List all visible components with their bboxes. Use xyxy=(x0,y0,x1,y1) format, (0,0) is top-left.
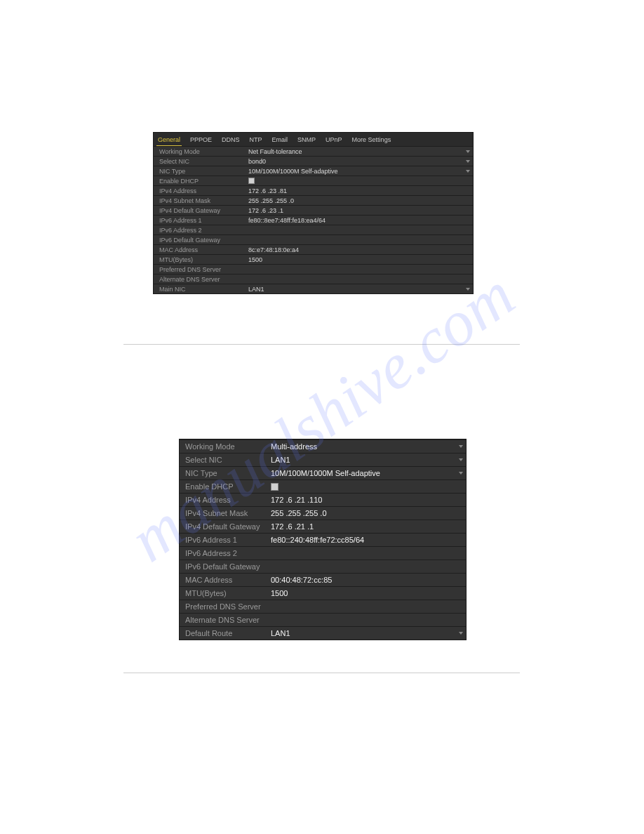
setting-label: Working Mode xyxy=(180,442,271,451)
setting-row: Alternate DNS Server xyxy=(154,274,473,284)
setting-label: Alternate DNS Server xyxy=(180,616,271,624)
tab-ddns[interactable]: DDNS xyxy=(220,135,241,146)
setting-row: IPv6 Default Gateway xyxy=(180,560,466,573)
setting-label: IPv4 Address xyxy=(180,496,271,504)
setting-row[interactable]: Select NICbond0 xyxy=(154,156,473,166)
setting-label: IPv4 Default Gateway xyxy=(180,522,271,531)
tab-upnp[interactable]: UPnP xyxy=(324,135,344,146)
setting-label: NIC Type xyxy=(154,168,248,175)
setting-row: IPv6 Address 1fe80::8ee7:48ff:fe18:ea4/6… xyxy=(154,215,473,225)
setting-label: Preferred DNS Server xyxy=(154,266,248,273)
setting-value: fe80::8ee7:48ff:fe18:ea4/64 xyxy=(248,217,473,224)
setting-row[interactable]: Select NICLAN1 xyxy=(180,453,466,466)
chevron-down-icon xyxy=(466,150,470,153)
setting-label: IPv6 Address 1 xyxy=(180,536,271,544)
network-settings-panel-2: Working ModeMulti-addressSelect NICLAN1N… xyxy=(179,439,467,640)
setting-label: IPv6 Address 2 xyxy=(180,549,271,557)
setting-row: IPv6 Address 2 xyxy=(154,225,473,234)
setting-row[interactable]: Main NICLAN1 xyxy=(154,284,473,293)
setting-label: Select NIC xyxy=(154,158,248,165)
setting-value: 255 .255 .255 .0 xyxy=(271,509,466,517)
setting-value[interactable]: 10M/100M/1000M Self-adaptive xyxy=(248,168,473,175)
setting-label: Default Route xyxy=(180,629,271,637)
separator xyxy=(123,673,520,673)
setting-value: 1500 xyxy=(248,256,473,263)
setting-label: IPv4 Default Gateway xyxy=(154,207,248,214)
chevron-down-icon xyxy=(466,288,470,291)
setting-value[interactable]: bond0 xyxy=(248,158,473,165)
setting-row: MAC Address00:40:48:72:cc:85 xyxy=(180,573,466,586)
setting-value[interactable]: 10M/100M/1000M Self-adaptive xyxy=(271,469,466,477)
setting-row: Preferred DNS Server xyxy=(180,600,466,613)
setting-value: 255 .255 .255 .0 xyxy=(248,197,473,204)
setting-row: IPv6 Address 2 xyxy=(180,546,466,560)
setting-label: IPv6 Default Gateway xyxy=(180,562,271,571)
setting-row: Preferred DNS Server xyxy=(154,264,473,274)
setting-row[interactable]: NIC Type10M/100M/1000M Self-adaptive xyxy=(180,466,466,479)
setting-label: Alternate DNS Server xyxy=(154,276,248,283)
chevron-down-icon xyxy=(466,160,470,163)
dhcp-checkbox[interactable] xyxy=(271,483,279,491)
setting-value: 1500 xyxy=(271,589,466,597)
tab-email[interactable]: Email xyxy=(271,135,290,146)
dhcp-checkbox[interactable] xyxy=(248,178,255,184)
setting-label: MAC Address xyxy=(154,246,248,253)
setting-value[interactable]: LAN1 xyxy=(248,286,473,293)
setting-label: IPv6 Address 2 xyxy=(154,227,248,234)
setting-row: IPv4 Address172 .6 .21 .110 xyxy=(180,493,466,506)
chevron-down-icon xyxy=(466,170,470,173)
setting-label: MAC Address xyxy=(180,576,271,584)
setting-value[interactable]: Net Fault-tolerance xyxy=(248,148,473,155)
settings-rows: Working ModeNet Fault-toleranceSelect NI… xyxy=(154,146,473,293)
chevron-down-icon xyxy=(459,472,463,475)
setting-label: Main NIC xyxy=(154,286,248,293)
setting-value: 172 .6 .21 .1 xyxy=(271,522,466,531)
setting-row: IPv4 Default Gateway172 .6 .21 .1 xyxy=(180,519,466,533)
setting-label: IPv4 Subnet Mask xyxy=(154,197,248,204)
setting-row: IPv4 Default Gateway172 .6 .23 .1 xyxy=(154,205,473,215)
chevron-down-icon xyxy=(459,458,463,461)
setting-label: Preferred DNS Server xyxy=(180,602,271,611)
setting-value[interactable]: LAN1 xyxy=(271,629,466,637)
setting-row[interactable]: Enable DHCP xyxy=(154,176,473,185)
setting-value: 172 .6 .21 .110 xyxy=(271,496,466,504)
setting-label: IPv4 Subnet Mask xyxy=(180,509,271,517)
setting-value: 172 .6 .23 .1 xyxy=(248,207,473,214)
setting-label: IPv6 Default Gateway xyxy=(154,237,248,244)
setting-label: MTU(Bytes) xyxy=(180,589,271,597)
setting-row[interactable]: Enable DHCP xyxy=(180,479,466,493)
setting-value[interactable]: Multi-address xyxy=(271,442,466,451)
tab-ntp[interactable]: NTP xyxy=(248,135,264,146)
setting-row: IPv6 Default Gateway xyxy=(154,234,473,244)
setting-label: IPv6 Address 1 xyxy=(154,217,248,224)
settings-rows: Working ModeMulti-addressSelect NICLAN1N… xyxy=(180,439,466,640)
tab-more-settings[interactable]: More Settings xyxy=(351,135,393,146)
setting-row: IPv4 Subnet Mask255 .255 .255 .0 xyxy=(154,195,473,205)
setting-label: IPv4 Address xyxy=(154,187,248,194)
setting-row[interactable]: NIC Type10M/100M/1000M Self-adaptive xyxy=(154,166,473,176)
tabs-bar: GeneralPPPOEDDNSNTPEmailSNMPUPnPMore Set… xyxy=(154,133,473,146)
setting-row: MTU(Bytes)1500 xyxy=(154,254,473,264)
setting-value[interactable]: LAN1 xyxy=(271,456,466,464)
chevron-down-icon xyxy=(459,632,463,635)
tab-general[interactable]: General xyxy=(156,135,182,146)
setting-label: Working Mode xyxy=(154,148,248,155)
setting-row: Alternate DNS Server xyxy=(180,613,466,626)
setting-row: IPv4 Subnet Mask255 .255 .255 .0 xyxy=(180,506,466,519)
network-settings-panel-1: GeneralPPPOEDDNSNTPEmailSNMPUPnPMore Set… xyxy=(153,132,474,294)
setting-row: MTU(Bytes)1500 xyxy=(180,586,466,600)
tab-pppoe[interactable]: PPPOE xyxy=(189,135,213,146)
tab-snmp[interactable]: SNMP xyxy=(296,135,317,146)
setting-value: fe80::240:48ff:fe72:cc85/64 xyxy=(271,536,466,544)
setting-row[interactable]: Working ModeNet Fault-tolerance xyxy=(154,146,473,156)
setting-value: 172 .6 .23 .81 xyxy=(248,187,473,194)
setting-row: MAC Address8c:e7:48:18:0e:a4 xyxy=(154,244,473,254)
setting-label: MTU(Bytes) xyxy=(154,256,248,263)
setting-value: 8c:e7:48:18:0e:a4 xyxy=(248,246,473,253)
setting-row[interactable]: Working ModeMulti-address xyxy=(180,439,466,453)
setting-row: IPv4 Address172 .6 .23 .81 xyxy=(154,185,473,195)
chevron-down-icon xyxy=(459,445,463,448)
setting-row[interactable]: Default RouteLAN1 xyxy=(180,626,466,640)
setting-label: Select NIC xyxy=(180,456,271,464)
setting-label: NIC Type xyxy=(180,469,271,477)
